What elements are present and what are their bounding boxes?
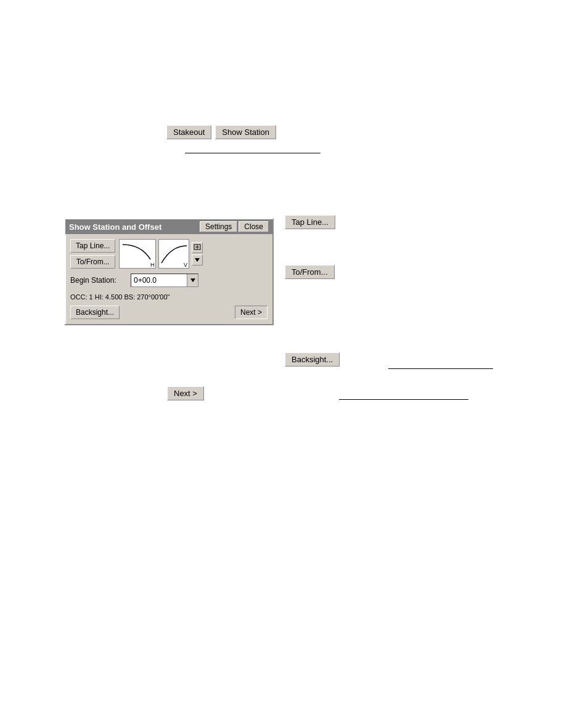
- svg-marker-6: [190, 278, 195, 282]
- backsight-label: Backsight...: [285, 352, 340, 367]
- right-underline-2: [339, 399, 468, 400]
- to-from-button[interactable]: To/From...: [70, 255, 115, 269]
- begin-station-dropdown-button[interactable]: [187, 274, 198, 286]
- dialog-next-button[interactable]: Next >: [235, 306, 267, 319]
- dialog-bottom: Backsight... Next >: [70, 306, 267, 319]
- begin-station-value: 0+00.0: [131, 276, 187, 285]
- begin-station-row: Begin Station: 0+00.0: [70, 274, 267, 287]
- graph-area: H V: [119, 239, 267, 269]
- dialog-titlebar-buttons: Settings Close: [200, 221, 269, 232]
- backsight-button[interactable]: Backsight...: [70, 306, 120, 319]
- h-graph-svg: H: [120, 240, 156, 269]
- dialog-title: Show Station and Offset: [69, 222, 200, 232]
- dialog-left-buttons: Tap Line... To/From...: [70, 239, 115, 269]
- tap-line-right-button[interactable]: Tap Line...: [285, 215, 335, 229]
- v-graph-svg: V: [159, 240, 189, 269]
- top-underline: [185, 153, 321, 153]
- expand-icon[interactable]: [192, 242, 203, 253]
- right-underline-1: [388, 368, 493, 369]
- dialog-titlebar: Show Station and Offset Settings Close: [65, 219, 272, 234]
- backsight-right-button[interactable]: Backsight...: [285, 352, 340, 367]
- tap-line-button[interactable]: Tap Line...: [70, 239, 115, 253]
- svg-marker-5: [195, 258, 200, 262]
- show-station-dialog: Show Station and Offset Settings Close T…: [64, 218, 274, 325]
- begin-station-input: 0+00.0: [131, 274, 198, 287]
- svg-text:V: V: [184, 262, 187, 268]
- graph-icons: [192, 242, 203, 266]
- dialog-row1: Tap Line... To/From... H: [70, 239, 267, 269]
- begin-station-label: Begin Station:: [70, 276, 126, 285]
- v-graph: V: [158, 239, 189, 269]
- stakeout-button[interactable]: Stakeout: [166, 125, 211, 139]
- settings-button[interactable]: Settings: [200, 221, 237, 232]
- dropdown-icon[interactable]: [192, 254, 203, 266]
- svg-text:H: H: [150, 262, 155, 268]
- tap-line-label: Tap Line...: [285, 215, 335, 229]
- next-button-container: Next >: [167, 386, 204, 400]
- next-outside-button[interactable]: Next >: [167, 386, 204, 400]
- occ-info: OCC: 1 HI: 4.500 BS: 270°00'00": [70, 293, 267, 301]
- show-station-button[interactable]: Show Station: [215, 125, 276, 139]
- h-graph: H: [119, 239, 156, 269]
- close-button[interactable]: Close: [239, 221, 269, 232]
- dialog-content: Tap Line... To/From... H: [65, 234, 272, 324]
- to-from-label: To/From...: [285, 265, 335, 279]
- to-from-right-button[interactable]: To/From...: [285, 265, 335, 279]
